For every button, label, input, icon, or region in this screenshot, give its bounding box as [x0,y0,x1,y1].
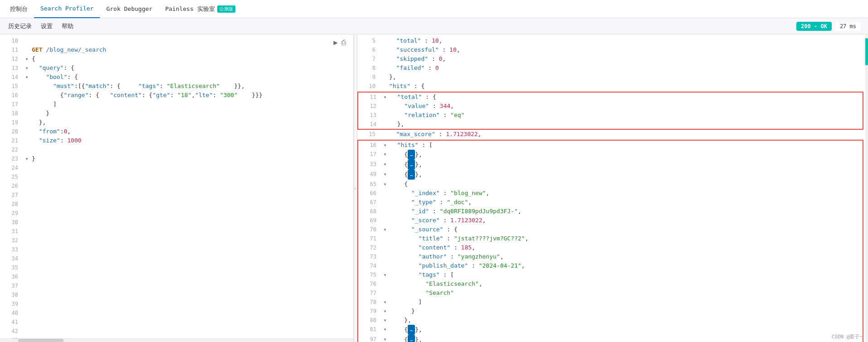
editor-line: 22 [0,145,353,154]
editor-line: 16 {"range": { "content": {"gte": "18","… [0,91,353,100]
code-editor[interactable]: 10 11 GET /blog_new/_search 12 ▾ { 13 ▾ … [0,34,353,338]
beta-badge: 公测版 [217,5,235,13]
editor-line: 17 ] [0,100,353,109]
editor-line: 18 } [0,109,353,118]
editor-line: 13 ▾ "query": { [0,64,353,73]
editor-line: 42 [0,327,353,336]
result-line: 72 "content" : 185, [358,243,863,252]
result-line: 75 ▾ "tags" : [ [358,270,863,279]
result-line: 10 "hits" : { [357,82,863,91]
editor-line: 20 "from":0, [0,127,353,136]
result-line: 12 "value" : 344, [358,102,863,111]
editor-line: 38 [0,290,353,299]
editor-line: 37 [0,281,353,290]
bottom-scrollbar[interactable] [0,338,353,342]
top-nav: 控制台 Search Profiler Grok Debugger Painle… [0,0,868,18]
result-line: 66 "_index" : "blog_new", [358,189,863,198]
editor-toolbar: ▶ ⎙ [333,38,346,47]
second-nav: 历史记录 设置 帮助 200 - OK 27 ms [0,18,868,34]
editor-line: 32 [0,236,353,245]
result-line: 8 "failed" : 0 [357,64,863,73]
editor-line: 25 [0,172,353,181]
editor-line: 19 }, [0,118,353,127]
value-highlight-box: 11 ▾ "total" : { 12 "value" : 344, 13 "r… [357,92,863,130]
result-line: 70 ▾ "_source" : { [358,225,863,234]
collapsed-badge[interactable]: … [408,325,415,335]
nav-item-grok-debugger[interactable]: Grok Debugger [100,0,159,18]
editor-line: 24 [0,163,353,172]
result-line: 14 }, [358,120,863,129]
editor-line: 35 [0,263,353,272]
result-line: 17 ▾ {…}, [358,150,863,160]
hits-highlight-box: 16 ▾ "hits" : [ 17 ▾ {…}, 33 ▾ {…}, 49 [357,140,863,342]
editor-line: 10 [0,36,353,45]
result-line: 16 ▾ "hits" : [ [358,141,863,150]
editor-line: 36 [0,272,353,281]
right-panel[interactable]: 5 "total" : 10, 6 "successful" : 10, 7 "… [357,34,868,342]
result-line: 74 "publish_date" : "2024-04-21", [358,261,863,270]
nav-item-console[interactable]: 控制台 [4,0,34,18]
result-line: 11 ▾ "total" : { [358,93,863,102]
editor-line: 11 GET /blog_new/_search [0,45,353,54]
result-line: 69 "_score" : 1.7123022, [358,216,863,225]
collapsed-badge[interactable]: … [408,160,415,170]
editor-line: 41 [0,318,353,327]
attribution: CSDN @栗子~ [832,333,863,340]
copy-icon[interactable]: ⎙ [341,38,346,47]
bottom-scrollbar-thumb[interactable] [18,339,63,342]
editor-line: 30 [0,218,353,227]
editor-line: 21 "size": 1000 [0,136,353,145]
editor-line: 40 [0,308,353,318]
result-line: 65 ▾ { [358,180,863,189]
editor-line: 31 [0,227,353,236]
response-time: 27 ms [835,22,861,31]
editor-line: 14 ▾ "bool": { [0,73,353,82]
result-line: 68 "_id" : "dq0RFI889pdJu9pd3FJ-", [358,207,863,216]
result-line: 77 "Search" [358,288,863,298]
editor-line: 33 [0,245,353,254]
right-scrollbar-track [865,34,868,342]
editor-line: 39 [0,299,353,308]
collapsed-badge[interactable]: … [408,170,415,180]
editor-line: 12 ▾ { [0,54,353,64]
editor-line: 15 "must":[{"match": { "tags": "Elastics… [0,82,353,91]
collapsed-badge[interactable]: … [408,150,415,160]
editor-line: 34 [0,254,353,263]
nav-item-help[interactable]: 帮助 [57,18,78,34]
panel-divider[interactable]: ⋮ [354,34,357,342]
results-content: 5 "total" : 10, 6 "successful" : 10, 7 "… [357,36,868,342]
main-content: ▶ ⎙ 10 11 GET /blog_new/_search 12 ▾ { 1… [0,34,868,342]
result-line: 5 "total" : 10, [357,36,863,45]
result-line: 79 ▾ } [358,307,863,316]
status-badge: 200 - OK [796,22,832,31]
result-line: 15 "max_score" : 1.7123022, [357,130,863,139]
editor-line: 29 [0,209,353,218]
nav-item-history[interactable]: 历史记录 [4,18,36,34]
collapsed-badge[interactable]: … [408,335,415,342]
result-line: 78 ▾ ] [358,298,863,307]
right-scrollbar-thumb[interactable] [865,38,868,65]
nav-item-search-profiler[interactable]: Search Profiler [34,0,100,18]
editor-line: 27 [0,191,353,200]
result-line: 67 "_type" : "_doc", [358,198,863,207]
result-line: 81 ▾ {…}, [358,325,863,335]
result-line: 9 }, [357,73,863,82]
result-line: 71 "title" : "jstat????jvm?GC??2", [358,234,863,243]
result-line: 73 "author" : "yangzhenyu", [358,252,863,261]
result-line: 33 ▾ {…}, [358,160,863,170]
result-line: 13 "relation" : "eq" [358,111,863,120]
result-line: 80 ▾ }, [358,316,863,325]
nav-item-painless-lab[interactable]: Painless 实验室 公测版 [159,0,241,18]
editor-line: 23 ▾ } [0,154,353,163]
editor-line: 26 [0,181,353,191]
nav-item-settings[interactable]: 设置 [36,18,57,34]
editor-line: 28 [0,200,353,209]
result-line: 49 ▾ {…}, [358,170,863,180]
run-icon[interactable]: ▶ [333,38,338,47]
result-line: 6 "successful" : 10, [357,45,863,54]
left-panel: ▶ ⎙ 10 11 GET /blog_new/_search 12 ▾ { 1… [0,34,354,342]
result-line: 76 "Elasticsearch", [358,279,863,288]
result-line: 7 "skipped" : 0, [357,54,863,64]
result-line: 97 ▾ {…}, [358,335,863,342]
